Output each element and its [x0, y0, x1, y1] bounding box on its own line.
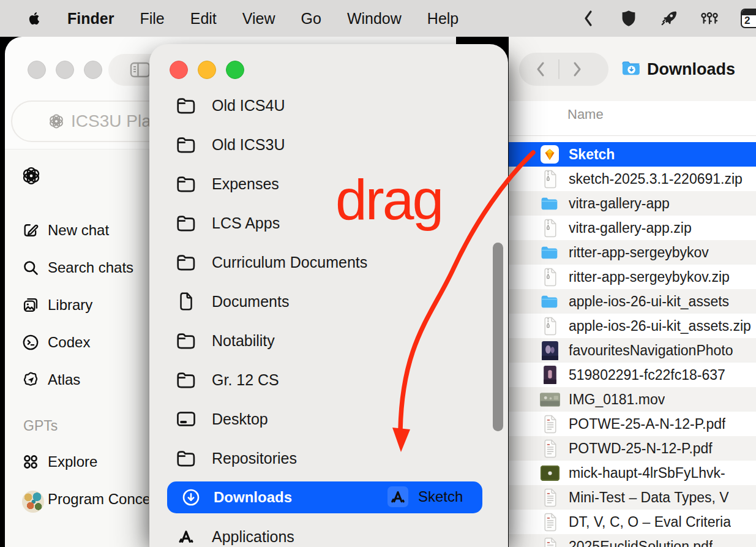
sidebar-nav-item[interactable]: New chat: [5, 213, 149, 247]
folder-list-viewport: Old ICS4U Old ICS3U Expenses LCS Apps Cu…: [149, 96, 508, 480]
sidebar-folder-item[interactable]: Curriculum Documents: [149, 243, 508, 282]
menu-item[interactable]: Edit: [190, 10, 217, 28]
sidebar-folder-item[interactable]: Old ICS3U: [149, 125, 508, 164]
file-row[interactable]: mick-haupt-4lrSbFyLhvk-: [509, 461, 756, 485]
sidebar-nav-item[interactable]: Codex: [5, 325, 149, 360]
file-row[interactable]: Sketch: [509, 142, 756, 167]
menu-item[interactable]: View: [242, 10, 275, 28]
sidebar-item-applications[interactable]: Applications: [149, 523, 508, 547]
video-icon: [539, 389, 560, 410]
sidebar-folder-item[interactable]: LCS Apps: [149, 203, 508, 243]
file-name: ritter-app-sergeybykov.zip: [569, 269, 730, 285]
file-row[interactable]: DT, V, C, O – Eval Criteria: [509, 510, 756, 534]
sidebar-folder-item[interactable]: Gr. 12 CS: [149, 360, 508, 399]
file-name: mick-haupt-4lrSbFyLhvk-: [569, 465, 725, 481]
finder-window: Downloads Name Sketch sketch-2025.3.1-22…: [509, 37, 756, 547]
sidebar-folder-item[interactable]: Notability: [149, 321, 508, 360]
file-row[interactable]: 519802291-fc22fc18-637: [509, 363, 756, 387]
file-row[interactable]: ritter-app-sergeybykov: [509, 240, 756, 265]
gpt-item-label: Program Conce: [48, 491, 149, 508]
folder-list: Old ICS4U Old ICS3U Expenses LCS Apps Cu…: [149, 96, 508, 478]
file-list: Sketch sketch-2025.3.1-220691.zip vitra-…: [509, 136, 756, 547]
atlas-icon: [22, 371, 39, 388]
rocket-icon[interactable]: [660, 9, 678, 28]
minimize-button[interactable]: [198, 61, 216, 79]
library-icon: [22, 296, 39, 314]
nav-item-label: Codex: [48, 334, 90, 351]
file-row[interactable]: sketch-2025.3.1-220691.zip: [509, 167, 756, 191]
sidebar-folder-item[interactable]: Repositories: [149, 439, 508, 478]
file-name: sketch-2025.3.1-220691.zip: [569, 171, 743, 187]
file-name: DT, V, C, O – Eval Criteria: [569, 514, 731, 530]
menu-item[interactable]: Finder: [67, 10, 114, 28]
zoom-button[interactable]: [84, 61, 102, 79]
gpt-list-item[interactable]: Explore: [5, 445, 149, 479]
file-row[interactable]: IMG_0181.mov: [509, 387, 756, 412]
window-controls: [28, 61, 102, 79]
file-row[interactable]: vitra-gallery-app: [509, 191, 756, 216]
folder-outline-icon: [176, 213, 196, 233]
doc-icon: [539, 511, 560, 532]
openai-logo-icon[interactable]: [21, 165, 42, 186]
menu-item[interactable]: File: [140, 10, 164, 28]
finder-toolbar: Downloads: [509, 37, 756, 101]
new-chat-icon: [22, 222, 39, 239]
menu-item[interactable]: Go: [301, 10, 321, 28]
chevron-left-icon[interactable]: [579, 9, 597, 28]
minimize-button[interactable]: [56, 61, 74, 79]
folder-blue-icon: [539, 242, 560, 263]
file-row[interactable]: Mini-Test – Data Types, V: [509, 485, 756, 510]
downloads-label: Downloads: [214, 489, 292, 506]
folder-blue-icon: [539, 291, 560, 312]
downloads-folder-icon: [621, 60, 641, 77]
sidebar-toggle-icon: [130, 61, 151, 78]
file-row[interactable]: ritter-app-sergeybykov.zip: [509, 265, 756, 289]
sidebar-nav-item[interactable]: Atlas: [5, 363, 149, 397]
sidebar-folder-item[interactable]: Documents: [149, 282, 508, 321]
file-row[interactable]: vitra-gallery-app.zip: [509, 216, 756, 240]
nav-item-label: Library: [48, 296, 92, 314]
forward-button[interactable]: [569, 60, 585, 78]
keys-icon[interactable]: [700, 9, 719, 28]
sidebar-item-downloads[interactable]: Downloads Sketch: [167, 481, 482, 513]
file-row[interactable]: apple-ios-26-ui-kit_assets: [509, 289, 756, 314]
zip-icon: [539, 168, 560, 189]
shield-icon[interactable]: [619, 9, 638, 28]
gpt-list-item[interactable]: Program Conce: [5, 482, 149, 516]
file-name: Sketch: [569, 146, 615, 163]
file-row[interactable]: 2025EuclidSolution.pdf: [509, 534, 756, 547]
nav-item-label: Search chats: [48, 259, 133, 276]
folder-outline-icon: [176, 174, 196, 194]
scrollbar-thumb[interactable]: [493, 243, 503, 431]
menu-item[interactable]: Window: [347, 10, 402, 28]
column-header-name[interactable]: Name: [567, 107, 604, 123]
document-outline-icon: [176, 292, 196, 311]
folder-label: Repositories: [212, 450, 297, 467]
sidebar-folder-item[interactable]: Desktop: [149, 399, 508, 439]
file-name: 519802291-fc22fc18-637: [569, 367, 725, 383]
file-row[interactable]: POTWE-25-A-N-12-P.pdf: [509, 412, 756, 436]
zip-icon: [539, 217, 560, 238]
zoom-button[interactable]: [226, 61, 244, 79]
sidebar-folder-item[interactable]: Expenses: [149, 164, 508, 203]
sidebar-nav-item[interactable]: Search chats: [5, 251, 149, 285]
folder-label: Desktop: [212, 410, 268, 428]
close-button[interactable]: [170, 61, 188, 79]
calendar-icon[interactable]: 2: [741, 9, 756, 28]
close-button[interactable]: [28, 61, 46, 79]
apple-logo-icon[interactable]: [27, 10, 42, 27]
sidebar-nav-item[interactable]: Library: [5, 288, 149, 322]
nav-item-label: New chat: [48, 222, 109, 239]
menu-item[interactable]: Help: [427, 10, 458, 28]
sidebar-folder-item[interactable]: Old ICS4U: [149, 96, 508, 125]
back-button[interactable]: [533, 60, 548, 78]
file-row[interactable]: favouritesNavigationPhoto: [509, 338, 756, 363]
codex-icon: [22, 334, 39, 351]
gpts-section-label: GPTs: [23, 418, 58, 434]
file-row[interactable]: apple-ios-26-ui-kit_assets.zip: [509, 314, 756, 338]
folder-label: Gr. 12 CS: [212, 371, 279, 389]
drag-ghost: Sketch: [387, 486, 463, 507]
file-row[interactable]: POTWD-25-N-12-P.pdf: [509, 436, 756, 461]
menu-items: FinderFileEditViewGoWindowHelp: [67, 10, 458, 28]
image-green-icon: [539, 462, 560, 483]
